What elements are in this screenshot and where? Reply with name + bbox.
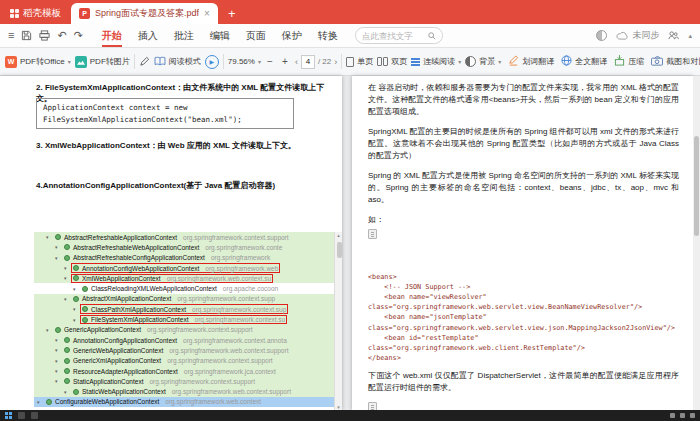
tray-icon[interactable] bbox=[670, 413, 675, 418]
edit-pen-icon[interactable] bbox=[139, 56, 150, 67]
ribbon-tab[interactable]: 保护 bbox=[274, 24, 310, 47]
home-templates-tab[interactable]: 稻壳模板 bbox=[0, 3, 71, 24]
find-text-box[interactable] bbox=[355, 27, 443, 44]
taskbar-app-icon[interactable] bbox=[18, 412, 25, 419]
previous-page-icon[interactable]: ‹ bbox=[295, 57, 298, 67]
tree-row[interactable]: ▾ AbstractRefreshableConfigApplicationCo… bbox=[34, 253, 340, 263]
screenshot-compare-label: 截图和对比 bbox=[666, 56, 700, 67]
expand-arrow-icon[interactable]: ▾ bbox=[64, 275, 71, 281]
tree-row[interactable]: ▾ StaticApplicationContext org.springfra… bbox=[34, 376, 340, 386]
compress-icon bbox=[614, 55, 625, 68]
zoom-out-button[interactable]: − bbox=[264, 56, 276, 68]
menu-bar: ≡ ↶ ↷ 开始插入批注编辑页面保护转换 未同步 ▴ bbox=[0, 24, 700, 48]
start-button-icon[interactable] bbox=[5, 412, 12, 419]
ribbon-tab[interactable]: 编辑 bbox=[202, 24, 238, 47]
taskbar-app-icon[interactable] bbox=[31, 412, 38, 419]
double-page-button[interactable]: 双页 bbox=[377, 56, 407, 67]
expand-arrow-icon[interactable]: ▾ bbox=[37, 399, 44, 405]
tree-scrollbar-thumb[interactable] bbox=[337, 242, 342, 258]
expand-arrow-icon[interactable]: ▾ bbox=[73, 286, 80, 292]
redo-icon[interactable]: ↷ bbox=[74, 30, 83, 41]
theme-toggle-icon[interactable] bbox=[596, 30, 607, 41]
save-icon[interactable] bbox=[21, 30, 32, 41]
autoplay-icon[interactable]: ▶ bbox=[205, 55, 219, 69]
tree-row[interactable]: ▾ AbstractRefreshableWebApplicationConte… bbox=[34, 242, 340, 252]
tree-row[interactable]: ▾ AnnotationConfigWebApplicationContext … bbox=[34, 263, 340, 273]
zoom-in-button[interactable]: + bbox=[279, 56, 291, 68]
tree-row[interactable]: ▾ ResourceAdapterApplicationContext org.… bbox=[34, 366, 340, 376]
scrollbar-thumb[interactable] bbox=[694, 136, 699, 236]
continuous-read-button[interactable]: 连续阅读 ▾ bbox=[411, 56, 461, 67]
code-annotation-icon[interactable] bbox=[368, 229, 377, 239]
expand-arrow-icon[interactable]: ▾ bbox=[55, 347, 62, 353]
hamburger-menu-icon[interactable]: ≡ bbox=[8, 30, 14, 41]
tree-row[interactable]: ▾ ClassPathXmlApplicationContext org.spr… bbox=[34, 304, 340, 314]
expand-arrow-icon[interactable]: ▾ bbox=[64, 296, 71, 302]
expand-arrow-icon[interactable]: ▾ bbox=[64, 389, 71, 395]
ribbon-tab[interactable]: 开始 bbox=[94, 24, 130, 47]
sync-status[interactable]: 未同步 bbox=[616, 29, 659, 42]
undo-icon[interactable]: ↶ bbox=[57, 30, 66, 41]
tree-row[interactable]: ▾ GenericApplicationContext org.springfr… bbox=[34, 325, 340, 335]
toolbar-right: 背景 ▾ 划词翻译 全文翻译 压缩 截图和对比 bbox=[465, 55, 700, 68]
tray-icon[interactable] bbox=[690, 413, 695, 418]
read-mode-button[interactable]: 阅读模式 bbox=[154, 56, 201, 68]
close-tab-icon[interactable]: × bbox=[204, 9, 210, 19]
tree-row[interactable]: ▾ AbstractXmlApplicationContext org.spri… bbox=[34, 294, 340, 304]
expand-arrow-icon[interactable]: ▾ bbox=[64, 265, 71, 271]
expand-arrow-icon[interactable]: ▾ bbox=[55, 337, 62, 343]
expand-arrow-icon[interactable]: ▾ bbox=[55, 358, 62, 364]
tree-row[interactable]: ▾ ClassReloadingXMLWebApplicationContext… bbox=[34, 283, 340, 293]
tree-row[interactable]: ▾ AnnotationConfigApplicationContext org… bbox=[34, 335, 340, 345]
tree-row[interactable]: ▾ AbstractRefreshableApplicationContext … bbox=[34, 232, 340, 242]
ribbon-tab[interactable]: 转换 bbox=[310, 24, 346, 47]
expand-arrow-icon[interactable]: ▾ bbox=[46, 327, 53, 333]
compress-button[interactable]: 压缩 bbox=[614, 55, 644, 68]
scroll-up-icon[interactable]: ▴ bbox=[337, 232, 340, 238]
search-icon[interactable] bbox=[428, 32, 436, 40]
single-page-button[interactable]: 单页 bbox=[346, 56, 373, 67]
collaboration-icon[interactable] bbox=[668, 31, 679, 40]
pdf-to-office-button[interactable]: W PDF转Office ▾ bbox=[5, 56, 71, 68]
expand-arrow-icon[interactable]: ▾ bbox=[55, 368, 62, 374]
expand-arrow-icon[interactable]: ▾ bbox=[55, 255, 62, 261]
tree-row[interactable]: ▾ GenericXmlApplicationContext org.sprin… bbox=[34, 356, 340, 366]
full-translate-button[interactable]: 全文翻译 bbox=[561, 55, 607, 68]
expand-arrow-icon[interactable]: ▾ bbox=[73, 317, 80, 323]
screenshot-compare-button[interactable]: 截图和对比 bbox=[651, 56, 700, 68]
tree-row-content: AnnotationConfigApplicationContext org.s… bbox=[62, 335, 289, 345]
tree-row[interactable]: ▾ XmlWebApplicationContext org.springfra… bbox=[34, 273, 340, 283]
expand-arrow-icon[interactable]: ▾ bbox=[55, 378, 62, 384]
tree-row[interactable]: ▾ StaticWebApplicationContext org.spring… bbox=[34, 386, 340, 396]
word-translate-button[interactable]: 划词翻译 bbox=[508, 55, 554, 68]
new-tab-button[interactable]: + bbox=[228, 3, 236, 24]
tree-row[interactable]: ▾ GenericWebApplicationContext org.sprin… bbox=[34, 345, 340, 355]
background-button[interactable]: 背景 ▾ bbox=[465, 56, 501, 67]
ribbon-tab[interactable]: 批注 bbox=[166, 24, 202, 47]
document-tab[interactable]: P Spring面试专题及答案.pdf × bbox=[71, 3, 218, 24]
expand-arrow-icon[interactable]: ▾ bbox=[55, 244, 62, 250]
expand-arrow-icon[interactable]: ▾ bbox=[46, 234, 53, 240]
home-tab-label: 稻壳模板 bbox=[23, 7, 61, 20]
current-page-input[interactable]: 4 bbox=[301, 55, 315, 69]
single-page-label: 单页 bbox=[357, 56, 373, 67]
code-annotation-icon[interactable] bbox=[368, 402, 377, 410]
tree-row[interactable]: ▾ ConfigurableWebApplicationContext org.… bbox=[34, 397, 340, 407]
zoom-value[interactable]: 79.56% bbox=[228, 57, 255, 66]
expand-arrow-icon[interactable]: ▾ bbox=[73, 306, 80, 312]
find-text-input[interactable] bbox=[362, 31, 424, 41]
print-icon[interactable] bbox=[39, 30, 50, 41]
taskbar bbox=[0, 410, 700, 421]
collapse-ribbon-icon[interactable]: ▴ bbox=[688, 32, 692, 40]
document-scrollbar[interactable] bbox=[693, 76, 700, 410]
ribbon-tab[interactable]: 插入 bbox=[130, 24, 166, 47]
class-icon bbox=[64, 368, 70, 374]
ribbon-tab[interactable]: 页面 bbox=[238, 24, 274, 47]
tray-icon[interactable] bbox=[680, 413, 685, 418]
class-icon bbox=[82, 306, 88, 312]
tree-row[interactable]: ▾ FileSystemXmlApplicationContext org.sp… bbox=[34, 314, 340, 324]
zoom-caret-icon[interactable]: ▾ bbox=[258, 58, 261, 65]
next-page-icon[interactable]: › bbox=[334, 57, 337, 67]
tree-scrollbar[interactable]: ▴ ▾ bbox=[334, 232, 342, 410]
pdf-to-image-button[interactable]: PDF转图片 bbox=[75, 56, 130, 68]
